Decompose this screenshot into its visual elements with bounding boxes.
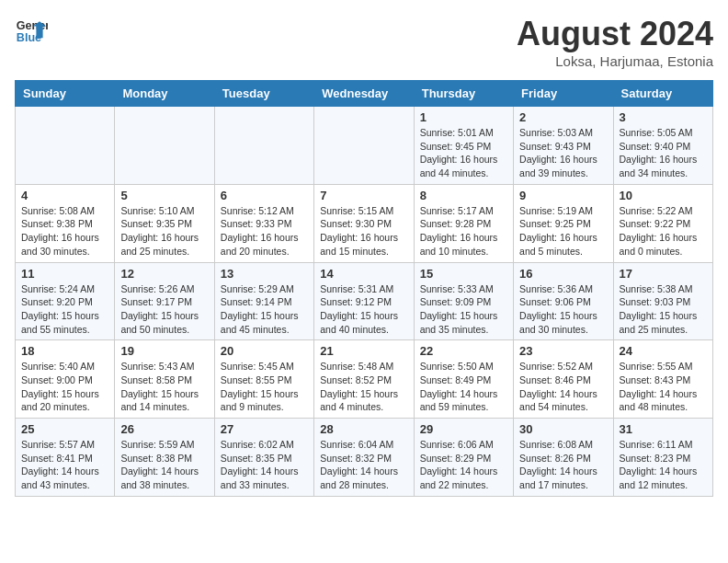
- day-number: 24: [620, 344, 707, 358]
- day-info: Sunrise: 5:17 AM Sunset: 9:28 PM Dayligh…: [420, 204, 507, 259]
- day-info: Sunrise: 5:50 AM Sunset: 8:49 PM Dayligh…: [420, 360, 507, 414]
- day-info: Sunrise: 5:29 AM Sunset: 9:14 PM Dayligh…: [221, 282, 308, 337]
- week-row-5: 25Sunrise: 5:57 AM Sunset: 8:41 PM Dayli…: [16, 419, 713, 497]
- day-info: Sunrise: 5:48 AM Sunset: 8:52 PM Dayligh…: [320, 360, 407, 414]
- day-number: 6: [221, 189, 308, 202]
- day-cell: 9Sunrise: 5:19 AM Sunset: 9:25 PM Daylig…: [514, 184, 613, 262]
- day-number: 19: [120, 344, 208, 358]
- day-number: 30: [519, 422, 607, 436]
- day-cell: 14Sunrise: 5:31 AM Sunset: 9:12 PM Dayli…: [314, 262, 414, 340]
- day-number: 13: [221, 267, 308, 281]
- day-cell: 7Sunrise: 5:15 AM Sunset: 9:30 PM Daylig…: [314, 184, 414, 262]
- day-number: 11: [21, 267, 108, 281]
- day-info: Sunrise: 5:33 AM Sunset: 9:09 PM Dayligh…: [420, 282, 507, 337]
- day-cell: 25Sunrise: 5:57 AM Sunset: 8:41 PM Dayli…: [16, 419, 115, 497]
- day-number: 17: [620, 267, 707, 281]
- day-cell: 29Sunrise: 6:06 AM Sunset: 8:29 PM Dayli…: [414, 419, 513, 497]
- day-cell: 23Sunrise: 5:52 AM Sunset: 8:46 PM Dayli…: [514, 340, 613, 419]
- day-cell: 12Sunrise: 5:26 AM Sunset: 9:17 PM Dayli…: [115, 262, 214, 340]
- day-cell: [115, 107, 214, 185]
- day-info: Sunrise: 5:59 AM Sunset: 8:38 PM Dayligh…: [120, 438, 208, 492]
- location: Loksa, Harjumaa, Estonia: [517, 53, 713, 69]
- week-row-2: 4Sunrise: 5:08 AM Sunset: 9:38 PM Daylig…: [16, 184, 713, 262]
- title-area: August 2024 Loksa, Harjumaa, Estonia: [517, 15, 713, 69]
- day-cell: 4Sunrise: 5:08 AM Sunset: 9:38 PM Daylig…: [16, 184, 115, 262]
- weekday-header-saturday: Saturday: [613, 81, 712, 107]
- day-info: Sunrise: 5:45 AM Sunset: 8:55 PM Dayligh…: [221, 360, 308, 414]
- day-cell: [16, 107, 115, 185]
- day-cell: 15Sunrise: 5:33 AM Sunset: 9:09 PM Dayli…: [414, 262, 513, 340]
- logo-icon: General Blue: [15, 15, 48, 48]
- day-number: 20: [221, 344, 308, 358]
- day-info: Sunrise: 5:19 AM Sunset: 9:25 PM Dayligh…: [519, 204, 607, 259]
- day-info: Sunrise: 5:10 AM Sunset: 9:35 PM Dayligh…: [120, 204, 208, 259]
- day-cell: 21Sunrise: 5:48 AM Sunset: 8:52 PM Dayli…: [314, 340, 414, 419]
- weekday-header-wednesday: Wednesday: [314, 81, 414, 107]
- week-row-3: 11Sunrise: 5:24 AM Sunset: 9:20 PM Dayli…: [16, 262, 713, 340]
- day-number: 22: [420, 344, 507, 358]
- day-cell: 22Sunrise: 5:50 AM Sunset: 8:49 PM Dayli…: [414, 340, 513, 419]
- day-cell: 1Sunrise: 5:01 AM Sunset: 9:45 PM Daylig…: [414, 107, 513, 185]
- day-number: 26: [120, 422, 208, 436]
- day-info: Sunrise: 5:26 AM Sunset: 9:17 PM Dayligh…: [120, 282, 208, 337]
- day-number: 21: [320, 344, 407, 358]
- day-number: 2: [519, 110, 607, 124]
- day-info: Sunrise: 5:22 AM Sunset: 9:22 PM Dayligh…: [620, 204, 707, 259]
- logo: General Blue: [15, 15, 48, 48]
- day-number: 29: [420, 422, 507, 436]
- week-row-1: 1Sunrise: 5:01 AM Sunset: 9:45 PM Daylig…: [16, 107, 713, 185]
- day-number: 7: [320, 189, 407, 202]
- day-cell: 6Sunrise: 5:12 AM Sunset: 9:33 PM Daylig…: [214, 184, 313, 262]
- day-cell: 18Sunrise: 5:40 AM Sunset: 9:00 PM Dayli…: [16, 340, 115, 419]
- day-cell: 26Sunrise: 5:59 AM Sunset: 8:38 PM Dayli…: [115, 419, 214, 497]
- day-cell: 10Sunrise: 5:22 AM Sunset: 9:22 PM Dayli…: [613, 184, 712, 262]
- day-number: 1: [420, 110, 507, 124]
- day-number: 15: [420, 267, 507, 281]
- day-info: Sunrise: 6:06 AM Sunset: 8:29 PM Dayligh…: [420, 438, 507, 492]
- day-cell: 31Sunrise: 6:11 AM Sunset: 8:23 PM Dayli…: [613, 419, 712, 497]
- day-number: 14: [320, 267, 407, 281]
- day-info: Sunrise: 6:04 AM Sunset: 8:32 PM Dayligh…: [320, 438, 407, 492]
- day-cell: [314, 107, 414, 185]
- day-number: 16: [519, 267, 607, 281]
- day-info: Sunrise: 6:11 AM Sunset: 8:23 PM Dayligh…: [620, 438, 707, 492]
- day-cell: 24Sunrise: 5:55 AM Sunset: 8:43 PM Dayli…: [613, 340, 712, 419]
- header: General Blue August 2024 Loksa, Harjumaa…: [15, 15, 713, 69]
- day-number: 12: [120, 267, 208, 281]
- weekday-header-tuesday: Tuesday: [214, 81, 313, 107]
- day-cell: 20Sunrise: 5:45 AM Sunset: 8:55 PM Dayli…: [214, 340, 313, 419]
- day-info: Sunrise: 6:02 AM Sunset: 8:35 PM Dayligh…: [221, 438, 308, 492]
- day-info: Sunrise: 5:24 AM Sunset: 9:20 PM Dayligh…: [21, 282, 108, 337]
- day-number: 9: [519, 189, 607, 202]
- day-cell: 19Sunrise: 5:43 AM Sunset: 8:58 PM Dayli…: [115, 340, 214, 419]
- day-cell: 13Sunrise: 5:29 AM Sunset: 9:14 PM Dayli…: [214, 262, 313, 340]
- day-info: Sunrise: 5:12 AM Sunset: 9:33 PM Dayligh…: [221, 204, 308, 259]
- day-info: Sunrise: 5:15 AM Sunset: 9:30 PM Dayligh…: [320, 204, 407, 259]
- day-cell: 8Sunrise: 5:17 AM Sunset: 9:28 PM Daylig…: [414, 184, 513, 262]
- day-cell: 16Sunrise: 5:36 AM Sunset: 9:06 PM Dayli…: [514, 262, 613, 340]
- day-info: Sunrise: 6:08 AM Sunset: 8:26 PM Dayligh…: [519, 438, 607, 492]
- day-info: Sunrise: 5:31 AM Sunset: 9:12 PM Dayligh…: [320, 282, 407, 337]
- day-cell: 3Sunrise: 5:05 AM Sunset: 9:40 PM Daylig…: [613, 107, 712, 185]
- month-year: August 2024: [517, 15, 713, 53]
- day-cell: [214, 107, 313, 185]
- day-cell: 2Sunrise: 5:03 AM Sunset: 9:43 PM Daylig…: [514, 107, 613, 185]
- day-number: 28: [320, 422, 407, 436]
- weekday-header-friday: Friday: [514, 81, 613, 107]
- weekday-header-thursday: Thursday: [414, 81, 513, 107]
- day-info: Sunrise: 5:40 AM Sunset: 9:00 PM Dayligh…: [21, 360, 108, 414]
- weekday-header-sunday: Sunday: [16, 81, 115, 107]
- day-number: 10: [620, 189, 707, 202]
- day-cell: 27Sunrise: 6:02 AM Sunset: 8:35 PM Dayli…: [214, 419, 313, 497]
- weekday-header-monday: Monday: [115, 81, 214, 107]
- day-number: 18: [21, 344, 108, 358]
- day-number: 4: [21, 189, 108, 202]
- week-row-4: 18Sunrise: 5:40 AM Sunset: 9:00 PM Dayli…: [16, 340, 713, 419]
- day-info: Sunrise: 5:57 AM Sunset: 8:41 PM Dayligh…: [21, 438, 108, 492]
- day-cell: 28Sunrise: 6:04 AM Sunset: 8:32 PM Dayli…: [314, 419, 414, 497]
- day-info: Sunrise: 5:36 AM Sunset: 9:06 PM Dayligh…: [519, 282, 607, 337]
- day-info: Sunrise: 5:08 AM Sunset: 9:38 PM Dayligh…: [21, 204, 108, 259]
- day-number: 3: [620, 110, 707, 124]
- day-info: Sunrise: 5:55 AM Sunset: 8:43 PM Dayligh…: [620, 360, 707, 414]
- day-cell: 17Sunrise: 5:38 AM Sunset: 9:03 PM Dayli…: [613, 262, 712, 340]
